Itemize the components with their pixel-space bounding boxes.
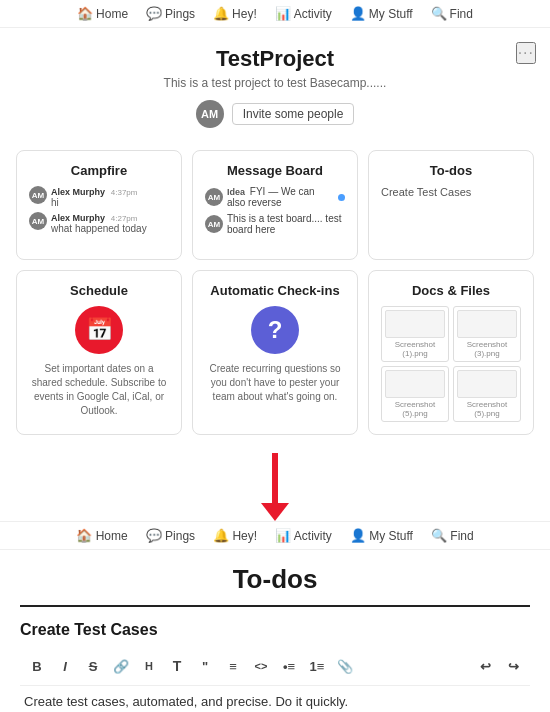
checkins-title: Automatic Check-ins bbox=[205, 283, 345, 298]
font-size-button[interactable]: T bbox=[164, 653, 190, 679]
todo-section: To-dos Create Test Cases B I S 🔗 H T " ≡… bbox=[0, 550, 550, 712]
bottom-hey-icon: 🔔 bbox=[213, 528, 229, 543]
msg-board-text-2: This is a test board.... test board here bbox=[227, 213, 345, 235]
nav-activity[interactable]: 📊 Activity bbox=[275, 6, 332, 21]
doc-thumb-4: Screenshot (5).png bbox=[453, 366, 521, 422]
bottom-nav-mystuff[interactable]: 👤 My Stuff bbox=[350, 528, 413, 543]
avatar-sm-2: AM bbox=[29, 212, 47, 230]
invite-row: AM Invite some people bbox=[20, 100, 530, 128]
bottom-nav-activity[interactable]: 📊 Activity bbox=[275, 528, 332, 543]
code-button[interactable]: <> bbox=[248, 653, 274, 679]
bold-button[interactable]: B bbox=[24, 653, 50, 679]
link-button[interactable]: 🔗 bbox=[108, 653, 134, 679]
editor-toolbar: B I S 🔗 H T " ≡ <> •≡ 1≡ 📎 ↩ ↪ bbox=[20, 647, 530, 686]
avatar-sm-mb1: AM bbox=[205, 188, 223, 206]
docs-title: Docs & Files bbox=[381, 283, 521, 298]
schedule-title: Schedule bbox=[29, 283, 169, 298]
bottom-mystuff-label: My Stuff bbox=[369, 529, 413, 543]
project-header: ··· TestProject This is a test project t… bbox=[0, 28, 550, 140]
bottom-nav-find[interactable]: 🔍 Find bbox=[431, 528, 474, 543]
doc-thumb-2: Screenshot (3).png bbox=[453, 306, 521, 362]
bottom-nav-pings[interactable]: 💬 Pings bbox=[146, 528, 195, 543]
activity-icon: 📊 bbox=[275, 6, 291, 21]
bottom-activity-label: Activity bbox=[294, 529, 332, 543]
checkins-icon: ? bbox=[251, 306, 299, 354]
schedule-icon-wrapper: 📅 bbox=[29, 306, 169, 354]
editor-content: Create test cases, automated, and precis… bbox=[24, 694, 348, 709]
campfire-card[interactable]: Campfire AM Alex Murphy 4:37pm hi AM Ale… bbox=[16, 150, 182, 260]
todos-card[interactable]: To-dos Create Test Cases bbox=[368, 150, 534, 260]
todo-create-title: Create Test Cases bbox=[20, 621, 530, 639]
cards-grid: Campfire AM Alex Murphy 4:37pm hi AM Ale… bbox=[0, 140, 550, 445]
schedule-card[interactable]: Schedule 📅 Set important dates on a shar… bbox=[16, 270, 182, 435]
nav-pings[interactable]: 💬 Pings bbox=[146, 6, 195, 21]
msg-label-1: Idea bbox=[227, 187, 245, 197]
message-board-item-2: AM This is a test board.... test board h… bbox=[205, 213, 345, 235]
todo-section-title: To-dos bbox=[20, 564, 530, 595]
nav-hey-label: Hey! bbox=[232, 7, 257, 21]
arrow-shaft bbox=[272, 453, 278, 503]
arrow-indicator bbox=[0, 445, 550, 521]
bullet-list-button[interactable]: •≡ bbox=[276, 653, 302, 679]
numbered-list-button[interactable]: 1≡ bbox=[304, 653, 330, 679]
quote-button[interactable]: " bbox=[192, 653, 218, 679]
invite-button[interactable]: Invite some people bbox=[232, 103, 355, 125]
avatar-sm: AM bbox=[29, 186, 47, 204]
avatar: AM bbox=[196, 100, 224, 128]
mystuff-icon: 👤 bbox=[350, 6, 366, 21]
bottom-pings-label: Pings bbox=[165, 529, 195, 543]
message-board-item-1: AM Idea FYI — We can also reverse bbox=[205, 186, 345, 208]
bottom-mystuff-icon: 👤 bbox=[350, 528, 366, 543]
bottom-navigation: 🏠 Home 💬 Pings 🔔 Hey! 📊 Activity 👤 My St… bbox=[0, 521, 550, 550]
checkins-card[interactable]: Automatic Check-ins ? Create recurring q… bbox=[192, 270, 358, 435]
schedule-icon: 📅 bbox=[75, 306, 123, 354]
editor-area[interactable]: Create test cases, automated, and precis… bbox=[20, 686, 530, 712]
toolbar-right: ↩ ↪ bbox=[472, 653, 526, 679]
more-options-button[interactable]: ··· bbox=[516, 42, 536, 64]
msg-text-2: what happened today bbox=[51, 223, 147, 234]
nav-home[interactable]: 🏠 Home bbox=[77, 6, 128, 21]
nav-mystuff-label: My Stuff bbox=[369, 7, 413, 21]
bottom-nav-home[interactable]: 🏠 Home bbox=[76, 528, 127, 543]
chat-message-1: AM Alex Murphy 4:37pm hi bbox=[29, 186, 169, 208]
todo-divider bbox=[20, 605, 530, 607]
bottom-activity-icon: 📊 bbox=[275, 528, 291, 543]
nav-hey[interactable]: 🔔 Hey! bbox=[213, 6, 257, 21]
nav-home-label: Home bbox=[96, 7, 128, 21]
checkins-desc: Create recurring questions so you don't … bbox=[205, 362, 345, 404]
project-description: This is a test project to test Basecamp.… bbox=[20, 76, 530, 90]
message-board-card[interactable]: Message Board AM Idea FYI — We can also … bbox=[192, 150, 358, 260]
checkins-icon-wrapper: ? bbox=[205, 306, 345, 354]
hey-icon: 🔔 bbox=[213, 6, 229, 21]
docs-thumbnails: Screenshot (1).png Screenshot (3).png bbox=[381, 306, 521, 422]
avatar-sm-mb2: AM bbox=[205, 215, 223, 233]
attachment-button[interactable]: 📎 bbox=[332, 653, 358, 679]
strikethrough-button[interactable]: S bbox=[80, 653, 106, 679]
msg-time-2: 4:27pm bbox=[111, 214, 138, 223]
nav-find[interactable]: 🔍 Find bbox=[431, 6, 473, 21]
redo-button[interactable]: ↪ bbox=[500, 653, 526, 679]
schedule-desc: Set important dates on a shared schedule… bbox=[29, 362, 169, 418]
bottom-nav-hey[interactable]: 🔔 Hey! bbox=[213, 528, 257, 543]
unread-dot bbox=[338, 194, 345, 201]
nav-pings-label: Pings bbox=[165, 7, 195, 21]
italic-button[interactable]: I bbox=[52, 653, 78, 679]
doc-label-1: Screenshot (1).png bbox=[385, 340, 445, 358]
bottom-pings-icon: 💬 bbox=[146, 528, 162, 543]
align-button[interactable]: ≡ bbox=[220, 653, 246, 679]
todo-item-1: Create Test Cases bbox=[381, 186, 521, 198]
nav-mystuff[interactable]: 👤 My Stuff bbox=[350, 6, 413, 21]
arrow-head bbox=[261, 503, 289, 521]
campfire-title: Campfire bbox=[29, 163, 169, 178]
undo-button[interactable]: ↩ bbox=[472, 653, 498, 679]
doc-label-3: Screenshot (5).png bbox=[385, 400, 445, 418]
doc-label-2: Screenshot (3).png bbox=[457, 340, 517, 358]
highlight-button[interactable]: H bbox=[136, 653, 162, 679]
bottom-home-label: Home bbox=[96, 529, 128, 543]
project-title: TestProject bbox=[20, 46, 530, 72]
docs-card[interactable]: Docs & Files Screenshot (1).png bbox=[368, 270, 534, 435]
find-icon: 🔍 bbox=[431, 6, 447, 21]
bottom-find-icon: 🔍 bbox=[431, 528, 447, 543]
msg-author-1: Alex Murphy bbox=[51, 187, 105, 197]
bottom-home-icon: 🏠 bbox=[76, 528, 92, 543]
